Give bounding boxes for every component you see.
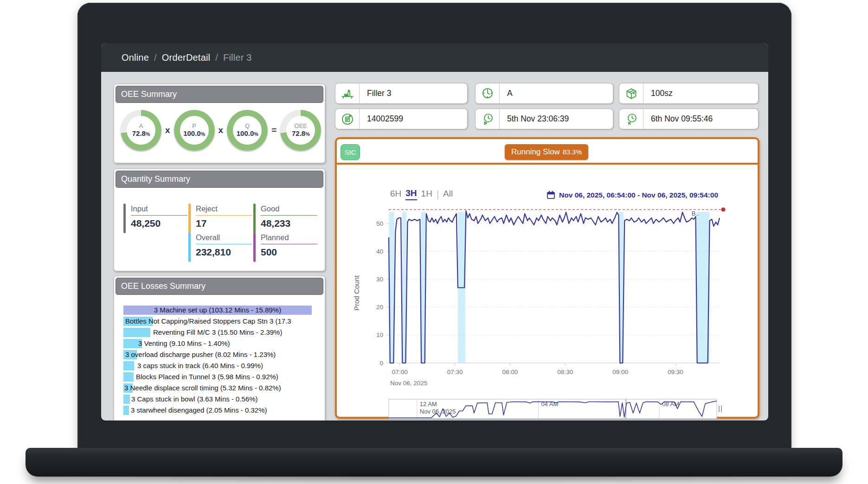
breadcrumb-separator: / bbox=[154, 52, 157, 63]
x-tick-label: 08:30 bbox=[557, 369, 573, 376]
loss-row: 3 overload discharge pusher (8.02 Mins -… bbox=[123, 349, 325, 360]
chart-annotation: B.. bbox=[692, 210, 699, 217]
calendar-icon bbox=[547, 191, 555, 199]
oee-summary-card: OEE Summary A 72.8% x P 100.0% x bbox=[114, 84, 325, 163]
range-button-all[interactable]: All bbox=[443, 189, 453, 200]
end-time-value: 6th Nov 09:55:46 bbox=[643, 109, 713, 129]
loss-duration-bar bbox=[123, 361, 134, 370]
loss-label: 3 Caps stuck in bowl (3.63 Mins - 0.56%) bbox=[131, 395, 258, 403]
quantity-input: Input 48,250 bbox=[123, 204, 188, 233]
end-time-icon bbox=[619, 109, 643, 129]
product-box-icon bbox=[619, 83, 643, 103]
loss-duration-bar bbox=[123, 406, 129, 415]
time-range-buttons: 6H 3H 1H | All bbox=[390, 188, 453, 200]
x-axis-date-label: Nov 06, 2025 bbox=[390, 380, 427, 387]
loss-label: Blocks Placed in Tunnel 3 (5.98 Mins - 0… bbox=[136, 373, 278, 381]
running-state-label: Running Slow bbox=[511, 147, 560, 157]
stage: Online / OrderDetail / Filler 3 OEE Summ… bbox=[0, 0, 868, 484]
range-button-1h[interactable]: 1H bbox=[421, 189, 432, 200]
y-tick-label: 20 bbox=[376, 304, 383, 311]
y-tick-label: 40 bbox=[376, 248, 383, 255]
laptop-base bbox=[26, 448, 842, 477]
product-value: 100sz bbox=[643, 83, 673, 103]
loss-label: 3 starwheel disengaged (2.05 Mins - 0.32… bbox=[131, 406, 267, 414]
start-time-value: 5th Nov 23:06:39 bbox=[500, 109, 569, 129]
chart-date-range[interactable]: Nov 06, 2025, 06:54:00 - Nov 06, 2025, 0… bbox=[547, 191, 718, 199]
quantity-summary-card: Quantity Summary Input 48,250 Reject 17 … bbox=[114, 169, 325, 271]
start-time-field[interactable]: 5th Nov 23:06:39 bbox=[475, 108, 613, 129]
quantity-good: Good 48,233 bbox=[253, 204, 318, 233]
machine-icon bbox=[335, 83, 360, 103]
loss-label: 3 caps stuck in track (6.40 Mins - 0.99%… bbox=[137, 362, 263, 369]
equals-operator: = bbox=[270, 125, 277, 135]
chart-navigator[interactable]: 12 AMNov 06, 202504 AM08 AM bbox=[379, 398, 725, 420]
loss-row: 3 Needle displace scroll timing (5.32 Mi… bbox=[123, 382, 325, 394]
end-time-field[interactable]: 6th Nov 09:55:46 bbox=[619, 108, 759, 129]
loss-row: 3 Caps stuck in bowl (3.63 Mins - 0.56%) bbox=[123, 394, 325, 405]
loss-row: Reventing Fill M/C 3 (15.50 Mins - 2.39%… bbox=[123, 327, 325, 338]
y-tick-label: 50 bbox=[376, 220, 383, 227]
running-state-value: 83.3% bbox=[563, 148, 582, 156]
x-tick-label: 07:00 bbox=[392, 369, 408, 376]
gauge-performance: P 100.0% bbox=[174, 110, 215, 151]
loss-duration-bar bbox=[123, 372, 134, 382]
order-field[interactable]: 14002599 bbox=[335, 108, 468, 129]
breadcrumb-current-filler3: Filler 3 bbox=[223, 52, 252, 63]
y-axis-title: Prod Count bbox=[353, 275, 360, 311]
oee-losses-list: 3 Machine set up (103.12 Mins - 15.89%)B… bbox=[114, 296, 325, 416]
loss-duration-bar bbox=[123, 395, 130, 404]
loss-label: Bottles Not Capping/Raised Stoppers Cap … bbox=[125, 317, 291, 325]
machine-value: Filler 3 bbox=[360, 83, 392, 103]
x-tick-label: 07:30 bbox=[447, 369, 463, 376]
oee-summary-title: OEE Summary bbox=[116, 86, 323, 103]
loss-label: 3 Machine set up (103.12 Mins - 15.89%) bbox=[123, 306, 312, 314]
loss-label: 3 overload discharge pusher (8.02 Mins -… bbox=[125, 350, 276, 358]
loss-row: 3 Machine set up (103.12 Mins - 15.89%) bbox=[123, 305, 325, 316]
oee-losses-card: OEE Losses Summary 3 Machine set up (103… bbox=[114, 276, 325, 420]
quantity-planned: Planned 500 bbox=[253, 232, 318, 262]
loss-label: 3 Needle displace scroll timing (5.32 Mi… bbox=[124, 384, 281, 392]
x-tick-label: 09:00 bbox=[612, 369, 628, 376]
range-divider: | bbox=[437, 189, 439, 200]
y-tick-label: 10 bbox=[376, 331, 383, 338]
prod-count-chart[interactable]: 0102030405007:0007:3008:0008:3009:0009:3… bbox=[352, 204, 727, 390]
running-slow-badge: Running Slow 83.3% bbox=[505, 144, 588, 160]
breadcrumb-separator: / bbox=[215, 52, 218, 63]
shift-field[interactable]: A bbox=[475, 83, 613, 104]
loss-row: 3 starwheel disengaged (2.05 Mins - 0.32… bbox=[123, 405, 325, 416]
oee-gauge-row: A 72.8% x P 100.0% x Q 100.0% bbox=[114, 104, 325, 151]
loss-row: 3 caps stuck in track (6.40 Mins - 0.99%… bbox=[123, 360, 325, 371]
dashboard-screen: Online / OrderDetail / Filler 3 OEE Summ… bbox=[101, 43, 768, 420]
loss-row: 3 Venting (9.10 Mins - 1.40%) bbox=[123, 338, 325, 349]
multiply-operator: x bbox=[164, 125, 171, 135]
oee-losses-title: OEE Losses Summary bbox=[116, 278, 323, 295]
target-line-marker[interactable] bbox=[721, 207, 726, 211]
loss-row: Bottles Not Capping/Raised Stoppers Cap … bbox=[123, 316, 325, 327]
start-time-icon bbox=[476, 109, 500, 129]
order-document-icon bbox=[335, 109, 360, 129]
shift-clock-icon bbox=[476, 83, 500, 103]
multiply-operator: x bbox=[218, 125, 225, 135]
shift-value: A bbox=[500, 83, 513, 103]
chart-date-range-text: Nov 06, 2025, 06:54:00 - Nov 06, 2025, 0… bbox=[559, 191, 718, 199]
loss-row: Blocks Placed in Tunnel 3 (5.98 Mins - 0… bbox=[123, 371, 325, 382]
product-field[interactable]: 100sz bbox=[619, 83, 759, 104]
breadcrumb-online[interactable]: Online bbox=[122, 52, 149, 63]
gauge-oee: OEE 72.8% bbox=[280, 110, 321, 151]
breadcrumb-orderdetail[interactable]: OrderDetail bbox=[162, 52, 210, 63]
order-value: 14002599 bbox=[360, 109, 403, 129]
loss-label: 3 Venting (9.10 Mins - 1.40%) bbox=[138, 339, 230, 347]
stop-band bbox=[696, 212, 709, 363]
machine-field[interactable]: Filler 3 bbox=[335, 83, 468, 104]
y-tick-label: 0 bbox=[379, 360, 383, 367]
prod-count-line bbox=[389, 211, 720, 363]
range-button-3h[interactable]: 3H bbox=[405, 188, 417, 200]
loss-duration-bar bbox=[123, 328, 150, 337]
sic-status-badge: SIC bbox=[341, 144, 360, 160]
range-button-6h[interactable]: 6H bbox=[390, 189, 401, 200]
quantity-reject: Reject 17 bbox=[188, 204, 253, 233]
x-tick-label: 09:30 bbox=[668, 369, 683, 376]
quantity-overall: Overall 232,810 bbox=[188, 232, 253, 262]
x-tick-label: 08:00 bbox=[502, 369, 518, 376]
y-tick-label: 30 bbox=[376, 276, 383, 283]
